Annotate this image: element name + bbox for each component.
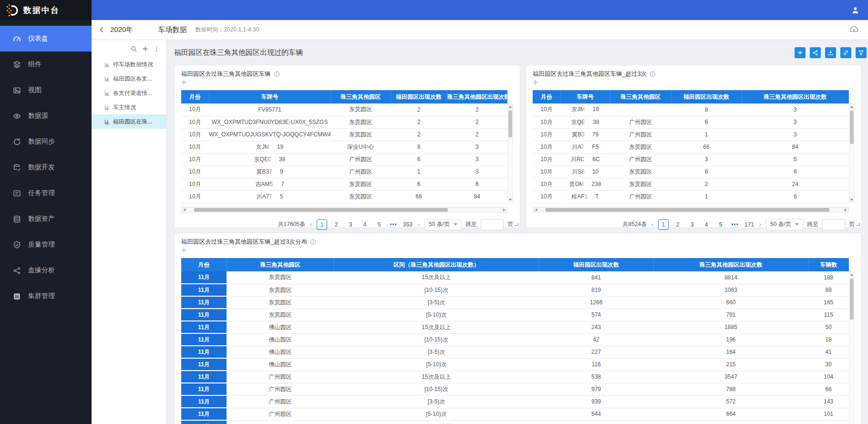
horizontal-scrollbar[interactable] (181, 207, 507, 213)
jump-unit: 页 (507, 220, 513, 228)
page-button[interactable]: 4 (701, 219, 712, 230)
info-icon[interactable] (310, 239, 316, 245)
page-title: 福田园区在珠三角其他园区出现过的车辆 (174, 48, 303, 57)
panel-item-owner-status[interactable]: 车主情况 (92, 100, 166, 114)
resize-handle-icon[interactable] (857, 223, 860, 226)
link-button[interactable] (840, 47, 851, 58)
drag-handle-icon[interactable] (181, 80, 186, 85)
info-icon[interactable] (274, 71, 280, 77)
search-icon[interactable] (131, 46, 137, 52)
cell: 10月 (181, 153, 209, 165)
column-header: 珠三角其他园区出现次数 (653, 258, 808, 271)
cell: 664 (653, 408, 808, 420)
cell: [5-10)次 (334, 408, 539, 420)
cell: 8 (391, 141, 447, 153)
sidebar-item-datasync[interactable]: 数据同步 (0, 129, 92, 155)
censored-text (585, 155, 592, 162)
sidebar-item-assets[interactable]: 数据资产 (0, 206, 92, 232)
add-widget-button[interactable] (795, 47, 806, 58)
cell: 42 (539, 333, 653, 346)
cell: 广州园区 (331, 153, 391, 165)
vertical-scrollbar[interactable] (849, 271, 855, 424)
cell: 116 (539, 358, 653, 371)
cell: 3 (742, 116, 849, 128)
app-title: 数据中台 (23, 5, 60, 16)
prev-page-button[interactable]: ‹ (309, 221, 313, 228)
prev-page-button[interactable]: ‹ (651, 221, 654, 228)
cell: 晋DM238 (560, 178, 610, 190)
download-button[interactable] (825, 47, 836, 58)
page-size-select[interactable]: 50 条/页 (766, 219, 803, 230)
sidebar-item-tasks[interactable]: 任务管理 (0, 180, 92, 206)
sidebar-item-datadev[interactable]: 数据开发 (0, 155, 92, 180)
page-button[interactable]: 3 (687, 219, 697, 230)
next-page-button[interactable]: › (758, 221, 762, 228)
sidebar-item-datasources[interactable]: 数据源 (0, 103, 92, 129)
drag-handle-icon[interactable] (533, 80, 538, 85)
page-header-bar: 2020年车场数据 数据时间：2020.1.1-4.30 (92, 20, 868, 40)
page-button[interactable]: 2 (331, 219, 341, 230)
sidebar-item-quality[interactable]: 质量管理 (0, 232, 92, 258)
column-header: 福田园区出现次数 (391, 90, 447, 103)
table-row: 11月东莞园区15次及以上8418814188 (181, 271, 849, 284)
cell: 101 (808, 408, 849, 420)
sidebar-item-views[interactable]: 视图 (0, 77, 92, 103)
page-button[interactable]: 353 (403, 219, 413, 230)
cell: 215 (653, 358, 808, 371)
cell: 冀B379 (560, 128, 610, 141)
table-row: 10月FV85771东莞园区22 (181, 103, 507, 116)
sidebar-item-components[interactable]: 组件 (0, 52, 92, 77)
panel-item-pay-channels[interactable]: 各支付渠道情... (92, 86, 166, 100)
page-button[interactable]: 3 (345, 219, 356, 230)
share-button[interactable] (810, 47, 821, 58)
page-button[interactable]: 5 (715, 219, 726, 230)
cell: 2 (391, 128, 447, 141)
panel-item-futian-prd[interactable]: 福田园区在珠... (92, 114, 166, 129)
cell: 165 (808, 296, 849, 309)
vehicles-over3-table: 月份车牌号珠三角其他园区福田园区出现次数珠三角其他园区出现次数 10月京JM19… (533, 90, 849, 203)
vertical-scrollbar[interactable] (849, 103, 855, 203)
cell: 川A775 (209, 190, 331, 203)
cell: WX_OXPMTUD3FNU0YD63E-UX0X_5SZGS (209, 116, 331, 128)
filter-button[interactable] (856, 47, 867, 58)
jump-page-input[interactable] (481, 219, 504, 230)
user-icon[interactable] (851, 6, 859, 14)
cloud-download-icon[interactable] (849, 25, 858, 32)
pagination-total: 共17605条 (278, 220, 305, 228)
chevron-down-icon (795, 223, 799, 226)
cell: 660 (653, 296, 808, 309)
panel-item-futian-pay[interactable]: 福田园区各支... (92, 72, 166, 86)
page-button[interactable]: 2 (672, 219, 683, 230)
cell: 冀B379 (209, 165, 331, 178)
page-button[interactable]: 1 (658, 219, 669, 230)
next-page-button[interactable]: › (417, 221, 421, 228)
back-icon[interactable] (98, 26, 105, 33)
resize-handle-icon[interactable] (515, 223, 518, 226)
info-icon[interactable] (650, 71, 656, 77)
sidebar-item-lineage[interactable]: 血缘分析 (0, 258, 92, 283)
cell: 10月 (181, 128, 209, 141)
horizontal-scrollbar[interactable] (533, 207, 849, 213)
page-size-select[interactable]: 50 条/页 (424, 219, 462, 230)
page-button[interactable]: 4 (360, 219, 370, 230)
page-button[interactable]: 171 (744, 219, 754, 230)
censored-text (272, 168, 280, 175)
censored-text (641, 106, 648, 113)
cell: 11月 (181, 420, 227, 424)
main-area: 福田园区在珠三角其他园区出现过的车辆 福田园区去过珠三角其他园区车辆 (167, 40, 868, 424)
jump-page-input[interactable] (822, 219, 845, 230)
sidebar-item-dashboard[interactable]: 仪表盘 (0, 26, 92, 52)
panel-item-label: 福田园区各支... (113, 75, 152, 83)
page-button[interactable]: 5 (374, 219, 384, 230)
pagination-ellipsis[interactable]: ••• (388, 219, 399, 230)
table-row: 10月京QE38广州园区63 (533, 116, 849, 128)
sidebar-item-cluster[interactable]: 集群管理 (0, 283, 92, 309)
panel-item-parking-data[interactable]: 停车场数据情况 (92, 57, 166, 72)
table-row: 10月川S810东莞园区66 (533, 165, 849, 178)
page-button[interactable]: 1 (317, 219, 327, 230)
vertical-scrollbar[interactable] (507, 103, 513, 203)
more-options-icon[interactable] (154, 46, 160, 52)
drag-handle-icon[interactable] (181, 248, 186, 253)
pagination-ellipsis[interactable]: ••• (730, 219, 740, 230)
add-dashboard-icon[interactable] (142, 46, 148, 52)
